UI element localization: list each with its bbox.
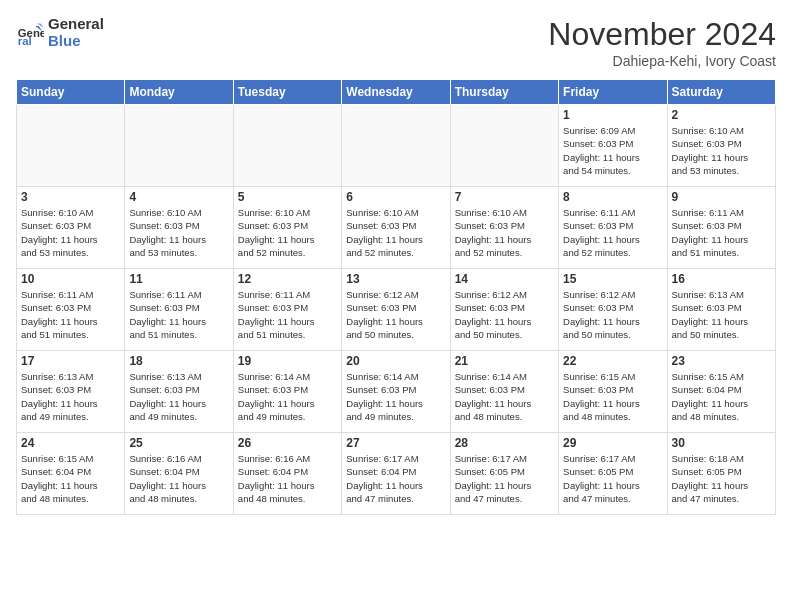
calendar-cell: 16Sunrise: 6:13 AM Sunset: 6:03 PM Dayli… [667,269,775,351]
day-number: 16 [672,272,771,286]
calendar-cell: 13Sunrise: 6:12 AM Sunset: 6:03 PM Dayli… [342,269,450,351]
day-number: 29 [563,436,662,450]
calendar-cell: 29Sunrise: 6:17 AM Sunset: 6:05 PM Dayli… [559,433,667,515]
calendar-cell: 24Sunrise: 6:15 AM Sunset: 6:04 PM Dayli… [17,433,125,515]
calendar-cell: 5Sunrise: 6:10 AM Sunset: 6:03 PM Daylig… [233,187,341,269]
day-info: Sunrise: 6:11 AM Sunset: 6:03 PM Dayligh… [672,206,771,259]
day-info: Sunrise: 6:11 AM Sunset: 6:03 PM Dayligh… [563,206,662,259]
calendar-cell: 23Sunrise: 6:15 AM Sunset: 6:04 PM Dayli… [667,351,775,433]
day-number: 1 [563,108,662,122]
day-info: Sunrise: 6:11 AM Sunset: 6:03 PM Dayligh… [21,288,120,341]
calendar-cell [17,105,125,187]
calendar-cell [233,105,341,187]
day-number: 7 [455,190,554,204]
day-info: Sunrise: 6:12 AM Sunset: 6:03 PM Dayligh… [455,288,554,341]
calendar-week-row: 17Sunrise: 6:13 AM Sunset: 6:03 PM Dayli… [17,351,776,433]
day-info: Sunrise: 6:13 AM Sunset: 6:03 PM Dayligh… [21,370,120,423]
logo-blue-text: Blue [48,33,104,50]
calendar-cell [342,105,450,187]
day-info: Sunrise: 6:10 AM Sunset: 6:03 PM Dayligh… [672,124,771,177]
day-info: Sunrise: 6:12 AM Sunset: 6:03 PM Dayligh… [346,288,445,341]
calendar-cell: 26Sunrise: 6:16 AM Sunset: 6:04 PM Dayli… [233,433,341,515]
day-info: Sunrise: 6:14 AM Sunset: 6:03 PM Dayligh… [455,370,554,423]
day-number: 23 [672,354,771,368]
day-of-week-header: Friday [559,80,667,105]
calendar-cell [125,105,233,187]
day-number: 20 [346,354,445,368]
day-number: 17 [21,354,120,368]
calendar-cell: 20Sunrise: 6:14 AM Sunset: 6:03 PM Dayli… [342,351,450,433]
calendar-cell: 17Sunrise: 6:13 AM Sunset: 6:03 PM Dayli… [17,351,125,433]
calendar-cell: 2Sunrise: 6:10 AM Sunset: 6:03 PM Daylig… [667,105,775,187]
day-number: 9 [672,190,771,204]
day-info: Sunrise: 6:11 AM Sunset: 6:03 PM Dayligh… [238,288,337,341]
day-info: Sunrise: 6:15 AM Sunset: 6:04 PM Dayligh… [21,452,120,505]
day-info: Sunrise: 6:10 AM Sunset: 6:03 PM Dayligh… [21,206,120,259]
day-of-week-header: Wednesday [342,80,450,105]
day-number: 2 [672,108,771,122]
calendar-cell: 27Sunrise: 6:17 AM Sunset: 6:04 PM Dayli… [342,433,450,515]
calendar-week-row: 1Sunrise: 6:09 AM Sunset: 6:03 PM Daylig… [17,105,776,187]
calendar-week-row: 3Sunrise: 6:10 AM Sunset: 6:03 PM Daylig… [17,187,776,269]
day-info: Sunrise: 6:15 AM Sunset: 6:04 PM Dayligh… [672,370,771,423]
day-info: Sunrise: 6:18 AM Sunset: 6:05 PM Dayligh… [672,452,771,505]
day-of-week-header: Thursday [450,80,558,105]
calendar-cell: 9Sunrise: 6:11 AM Sunset: 6:03 PM Daylig… [667,187,775,269]
calendar-cell [450,105,558,187]
day-info: Sunrise: 6:13 AM Sunset: 6:03 PM Dayligh… [672,288,771,341]
calendar-week-row: 10Sunrise: 6:11 AM Sunset: 6:03 PM Dayli… [17,269,776,351]
calendar-cell: 1Sunrise: 6:09 AM Sunset: 6:03 PM Daylig… [559,105,667,187]
calendar-cell: 21Sunrise: 6:14 AM Sunset: 6:03 PM Dayli… [450,351,558,433]
logo-icon: Gene ral [16,19,44,47]
calendar-cell: 10Sunrise: 6:11 AM Sunset: 6:03 PM Dayli… [17,269,125,351]
day-of-week-header: Tuesday [233,80,341,105]
day-number: 8 [563,190,662,204]
day-of-week-header: Sunday [17,80,125,105]
day-number: 14 [455,272,554,286]
calendar-table: SundayMondayTuesdayWednesdayThursdayFrid… [16,79,776,515]
calendar-cell: 6Sunrise: 6:10 AM Sunset: 6:03 PM Daylig… [342,187,450,269]
calendar-cell: 19Sunrise: 6:14 AM Sunset: 6:03 PM Dayli… [233,351,341,433]
day-number: 15 [563,272,662,286]
day-number: 18 [129,354,228,368]
calendar-cell: 4Sunrise: 6:10 AM Sunset: 6:03 PM Daylig… [125,187,233,269]
day-number: 3 [21,190,120,204]
day-number: 13 [346,272,445,286]
day-number: 6 [346,190,445,204]
calendar-cell: 25Sunrise: 6:16 AM Sunset: 6:04 PM Dayli… [125,433,233,515]
calendar-body: 1Sunrise: 6:09 AM Sunset: 6:03 PM Daylig… [17,105,776,515]
logo-general-text: General [48,16,104,33]
calendar-header: SundayMondayTuesdayWednesdayThursdayFrid… [17,80,776,105]
day-number: 22 [563,354,662,368]
day-number: 25 [129,436,228,450]
title-block: November 2024 Dahiepa-Kehi, Ivory Coast [548,16,776,69]
day-info: Sunrise: 6:17 AM Sunset: 6:04 PM Dayligh… [346,452,445,505]
day-info: Sunrise: 6:10 AM Sunset: 6:03 PM Dayligh… [346,206,445,259]
day-number: 12 [238,272,337,286]
logo-text: General Blue [48,16,104,49]
calendar-week-row: 24Sunrise: 6:15 AM Sunset: 6:04 PM Dayli… [17,433,776,515]
day-info: Sunrise: 6:15 AM Sunset: 6:03 PM Dayligh… [563,370,662,423]
svg-text:ral: ral [18,35,32,47]
day-info: Sunrise: 6:10 AM Sunset: 6:03 PM Dayligh… [129,206,228,259]
day-of-week-header: Saturday [667,80,775,105]
day-number: 21 [455,354,554,368]
day-info: Sunrise: 6:17 AM Sunset: 6:05 PM Dayligh… [563,452,662,505]
day-number: 11 [129,272,228,286]
calendar-cell: 30Sunrise: 6:18 AM Sunset: 6:05 PM Dayli… [667,433,775,515]
day-info: Sunrise: 6:11 AM Sunset: 6:03 PM Dayligh… [129,288,228,341]
calendar-cell: 3Sunrise: 6:10 AM Sunset: 6:03 PM Daylig… [17,187,125,269]
days-of-week-row: SundayMondayTuesdayWednesdayThursdayFrid… [17,80,776,105]
page-header: Gene ral General Blue November 2024 Dahi… [16,16,776,69]
day-info: Sunrise: 6:10 AM Sunset: 6:03 PM Dayligh… [238,206,337,259]
day-info: Sunrise: 6:14 AM Sunset: 6:03 PM Dayligh… [238,370,337,423]
day-info: Sunrise: 6:12 AM Sunset: 6:03 PM Dayligh… [563,288,662,341]
day-number: 5 [238,190,337,204]
day-number: 27 [346,436,445,450]
calendar-cell: 28Sunrise: 6:17 AM Sunset: 6:05 PM Dayli… [450,433,558,515]
calendar-cell: 14Sunrise: 6:12 AM Sunset: 6:03 PM Dayli… [450,269,558,351]
day-of-week-header: Monday [125,80,233,105]
day-number: 28 [455,436,554,450]
day-number: 19 [238,354,337,368]
day-number: 10 [21,272,120,286]
